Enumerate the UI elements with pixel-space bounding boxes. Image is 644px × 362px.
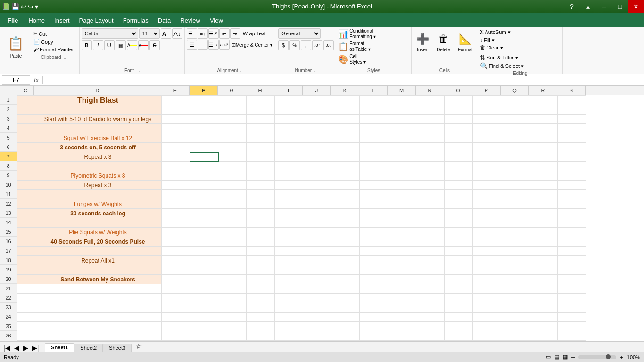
cell-o7[interactable] [445, 152, 473, 162]
copy-button[interactable]: 📄 Copy [32, 38, 75, 45]
cell-f12[interactable] [190, 199, 218, 209]
row-num-10[interactable]: 10 [0, 180, 17, 189]
cell-f21[interactable] [190, 284, 218, 294]
clear-label[interactable]: Clear ▾ [487, 45, 503, 51]
sheet-tab-2[interactable]: Sheet2 [74, 344, 103, 352]
cell-l12[interactable] [360, 199, 388, 209]
cell-s9[interactable] [558, 171, 586, 181]
cell-i21[interactable] [275, 284, 303, 294]
cell-f9[interactable] [190, 171, 218, 181]
cell-e11[interactable] [162, 190, 190, 199]
cell-d14[interactable] [34, 218, 162, 228]
cell-m8[interactable] [388, 162, 416, 171]
cell-o16[interactable] [445, 237, 473, 247]
cell-c15[interactable] [17, 228, 34, 237]
bold-button[interactable]: B [82, 40, 92, 50]
cell-g2[interactable] [218, 105, 247, 115]
cell-s20[interactable] [558, 275, 586, 284]
zoom-out-btn[interactable]: ─ [571, 354, 575, 360]
cell-k23[interactable] [331, 303, 360, 313]
cell-r5[interactable] [529, 133, 558, 143]
cell-n9[interactable] [416, 171, 445, 181]
cell-g17[interactable] [218, 247, 247, 256]
align-top-right-btn[interactable]: ☰↗ [208, 28, 219, 39]
cell-p3[interactable] [473, 115, 501, 124]
cell-m20[interactable] [388, 275, 416, 284]
cell-f20[interactable] [190, 275, 218, 284]
row-num-18[interactable]: 18 [0, 255, 17, 265]
cell-q15[interactable] [501, 228, 529, 237]
cell-r15[interactable] [529, 228, 558, 237]
cell-p21[interactable] [473, 284, 501, 294]
row-num-12[interactable]: 12 [0, 199, 17, 208]
cell-o18[interactable] [445, 256, 473, 265]
cell-l4[interactable] [360, 124, 388, 133]
ribbon-toggle[interactable]: ▴ [580, 0, 596, 13]
cell-e16[interactable] [162, 237, 190, 247]
cell-g16[interactable] [218, 237, 247, 247]
cell-m5[interactable] [388, 133, 416, 143]
cell-c25[interactable] [17, 322, 34, 331]
cell-o15[interactable] [445, 228, 473, 237]
cell-j4[interactable] [303, 124, 331, 133]
cell-p15[interactable] [473, 228, 501, 237]
cell-k16[interactable] [331, 237, 360, 247]
cell-f27[interactable] [190, 341, 218, 342]
row-num-11[interactable]: 11 [0, 189, 17, 199]
quick-access-save[interactable]: 💾 [11, 0, 19, 13]
cell-j1[interactable] [303, 96, 331, 105]
cell-e21[interactable] [162, 284, 190, 294]
grid[interactable]: Thigh BlastStart with 5-10 of Cardio to … [17, 95, 644, 341]
cell-j2[interactable] [303, 105, 331, 115]
cell-d6[interactable]: 3 seconds on, 5 seconds off [34, 143, 162, 152]
cell-r22[interactable] [529, 294, 558, 303]
cell-k25[interactable] [331, 322, 360, 331]
cell-q6[interactable] [501, 143, 529, 152]
cell-q17[interactable] [501, 247, 529, 256]
cell-k24[interactable] [331, 313, 360, 322]
cell-k20[interactable] [331, 275, 360, 284]
menu-review[interactable]: Review [175, 15, 205, 26]
cell-i18[interactable] [275, 256, 303, 265]
cell-f6[interactable] [190, 143, 218, 152]
cell-c12[interactable] [17, 199, 34, 209]
cell-h23[interactable] [247, 303, 275, 313]
cell-i22[interactable] [275, 294, 303, 303]
cell-i7[interactable] [275, 152, 303, 162]
cell-k9[interactable] [331, 171, 360, 181]
cell-h7[interactable] [247, 152, 275, 162]
cell-o5[interactable] [445, 133, 473, 143]
cell-i11[interactable] [275, 190, 303, 199]
cell-m23[interactable] [388, 303, 416, 313]
cell-s5[interactable] [558, 133, 586, 143]
cell-d9[interactable]: Plyometric Squats x 8 [34, 171, 162, 181]
cell-s15[interactable] [558, 228, 586, 237]
cell-q20[interactable] [501, 275, 529, 284]
cell-e14[interactable] [162, 218, 190, 228]
page-layout-btn[interactable]: ▤ [554, 354, 559, 360]
cell-g11[interactable] [218, 190, 247, 199]
increase-decimal-btn[interactable]: .0↑ [312, 40, 322, 50]
cell-k5[interactable] [331, 133, 360, 143]
cell-j18[interactable] [303, 256, 331, 265]
cell-s2[interactable] [558, 105, 586, 115]
cell-o25[interactable] [445, 322, 473, 331]
cell-d10[interactable]: Repeat x 3 [34, 181, 162, 190]
cell-c11[interactable] [17, 190, 34, 199]
cell-g7[interactable] [218, 152, 247, 162]
cell-g5[interactable] [218, 133, 247, 143]
cell-q11[interactable] [501, 190, 529, 199]
delete-button[interactable]: 🗑 Delete [434, 28, 453, 57]
cell-s4[interactable] [558, 124, 586, 133]
cell-h22[interactable] [247, 294, 275, 303]
align-top-center-btn[interactable]: ≡↑ [198, 28, 208, 39]
add-sheet-btn[interactable]: ☆ [132, 341, 146, 352]
cell-e17[interactable] [162, 247, 190, 256]
row-num-8[interactable]: 8 [0, 161, 17, 171]
cell-j10[interactable] [303, 181, 331, 190]
col-header-h[interactable]: H [246, 86, 274, 95]
cell-g25[interactable] [218, 322, 247, 331]
cell-i26[interactable] [275, 331, 303, 341]
cell-n13[interactable] [416, 209, 445, 218]
cell-k17[interactable] [331, 247, 360, 256]
